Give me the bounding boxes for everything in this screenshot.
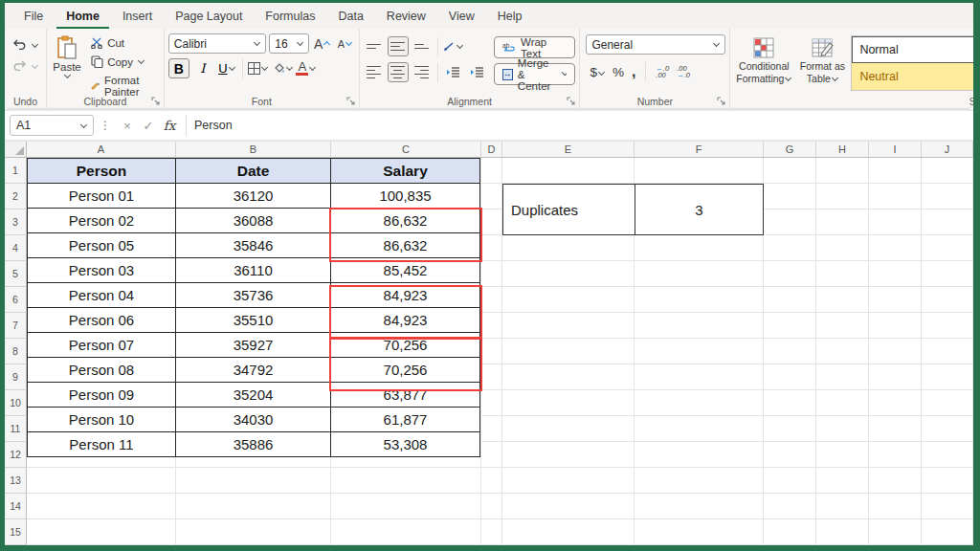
tab-insert[interactable]: Insert <box>113 3 162 29</box>
cell[interactable]: Person 05 <box>28 233 176 258</box>
underline-button[interactable]: U <box>216 58 237 78</box>
orientation-button[interactable] <box>443 36 464 56</box>
alignment-dialog-launcher-icon[interactable] <box>567 97 576 106</box>
align-middle-button[interactable] <box>388 36 409 56</box>
cell[interactable]: 35510 <box>176 308 331 333</box>
cell[interactable]: 53,308 <box>331 432 480 457</box>
cell[interactable]: Person 08 <box>28 358 176 383</box>
cell[interactable]: 35736 <box>176 283 331 308</box>
cell[interactable]: 63,877 <box>331 383 480 408</box>
row-header-9[interactable]: 9 <box>5 364 27 390</box>
cell[interactable]: 36088 <box>176 209 331 233</box>
tab-view[interactable]: View <box>439 3 484 29</box>
row-header-4[interactable]: 4 <box>5 235 27 261</box>
row-header-15[interactable]: 15 <box>5 519 27 545</box>
increase-font-button[interactable]: A <box>312 33 332 54</box>
cell[interactable]: 86,632 <box>331 209 480 233</box>
cell[interactable]: 35886 <box>176 432 331 457</box>
italic-button[interactable]: I <box>192 58 213 78</box>
number-format-select[interactable]: General <box>586 34 725 55</box>
select-all-corner[interactable] <box>5 142 27 158</box>
cell[interactable]: 70,256 <box>331 333 480 358</box>
tab-file[interactable]: File <box>14 3 53 29</box>
increase-decimal-button[interactable]: ←.0.00 <box>656 65 669 78</box>
cell[interactable]: 36110 <box>176 258 331 283</box>
row-header-10[interactable]: 10 <box>5 390 27 416</box>
row-header-7[interactable]: 7 <box>5 313 27 339</box>
cell[interactable]: 36120 <box>176 184 331 209</box>
column-header-H[interactable]: H <box>816 142 869 158</box>
tab-home[interactable]: Home <box>56 3 109 29</box>
bold-button[interactable]: B <box>168 58 189 78</box>
column-header-A[interactable]: A <box>27 142 176 158</box>
tab-page-layout[interactable]: Page Layout <box>166 3 252 29</box>
cell-style-neutral[interactable]: Neutral <box>852 63 980 90</box>
currency-button[interactable]: $ <box>590 65 605 79</box>
decrease-decimal-button[interactable]: .00→.0 <box>677 65 690 78</box>
font-dialog-launcher-icon[interactable] <box>346 97 356 106</box>
cut-button[interactable]: Cut <box>87 35 160 51</box>
name-box[interactable]: A1 <box>10 115 94 136</box>
redo-button[interactable] <box>9 58 42 74</box>
table-header-date[interactable]: Date <box>176 159 331 184</box>
column-header-D[interactable]: D <box>481 142 502 158</box>
align-left-button[interactable] <box>364 62 385 82</box>
row-header-12[interactable]: 12 <box>5 442 27 468</box>
cell[interactable]: Person 11 <box>28 432 176 457</box>
tab-formulas[interactable]: Formulas <box>256 3 324 29</box>
table-header-salary[interactable]: Salary <box>331 159 480 184</box>
cell[interactable]: Person 09 <box>28 383 176 408</box>
cell[interactable]: 100,835 <box>331 184 480 209</box>
cell[interactable]: Person 10 <box>28 408 176 432</box>
column-header-I[interactable]: I <box>869 142 922 158</box>
format-as-table-button[interactable]: Format as Table <box>795 33 849 93</box>
enter-icon[interactable]: ✓ <box>138 119 159 133</box>
font-size-select[interactable]: 16 <box>269 33 309 54</box>
row-header-8[interactable]: 8 <box>5 339 27 364</box>
merge-center-button[interactable]: ↔ Merge & Center <box>494 63 576 85</box>
column-header-E[interactable]: E <box>502 142 635 158</box>
cell[interactable]: 61,877 <box>331 408 480 432</box>
formula-bar-value[interactable]: Person <box>194 119 233 132</box>
duplicates-count[interactable]: 3 <box>635 185 763 234</box>
align-top-button[interactable] <box>364 36 385 56</box>
tab-review[interactable]: Review <box>377 3 435 29</box>
cell[interactable]: Person 04 <box>28 283 176 308</box>
formula-bar-dots-icon[interactable]: ⋮ <box>100 119 111 132</box>
fill-color-button[interactable] <box>272 58 293 78</box>
row-header-2[interactable]: 2 <box>5 184 27 209</box>
wrap-text-button[interactable]: ab Wrap Text <box>494 36 576 58</box>
copy-button[interactable]: Copy <box>87 54 160 70</box>
cell[interactable]: Person 03 <box>28 258 176 283</box>
conditional-formatting-button[interactable]: Conditional Formatting <box>734 33 793 93</box>
column-header-C[interactable]: C <box>331 142 481 158</box>
cell[interactable]: Person 07 <box>28 333 176 358</box>
row-header-6[interactable]: 6 <box>5 287 27 313</box>
cell[interactable]: Person 01 <box>28 184 176 209</box>
row-header-11[interactable]: 11 <box>5 416 27 442</box>
cell[interactable]: 84,923 <box>331 283 480 308</box>
clipboard-dialog-launcher-icon[interactable] <box>151 97 161 106</box>
font-family-select[interactable]: Calibri <box>168 33 266 54</box>
cell[interactable]: 70,256 <box>331 358 480 383</box>
cell[interactable]: 85,452 <box>331 258 480 283</box>
duplicates-label[interactable]: Duplicates <box>503 185 635 234</box>
tab-help[interactable]: Help <box>488 3 532 29</box>
decrease-indent-button[interactable] <box>443 62 464 82</box>
table-header-person[interactable]: Person <box>28 159 176 184</box>
borders-button[interactable] <box>248 58 269 78</box>
decrease-font-button[interactable]: A <box>335 33 355 54</box>
increase-indent-button[interactable] <box>467 62 488 82</box>
row-header-14[interactable]: 14 <box>5 494 27 519</box>
number-dialog-launcher-icon[interactable] <box>717 97 726 106</box>
percent-button[interactable]: % <box>612 65 624 79</box>
row-header-5[interactable]: 5 <box>5 261 27 287</box>
cell[interactable]: 86,632 <box>331 233 480 258</box>
column-header-J[interactable]: J <box>922 142 973 158</box>
font-color-button[interactable]: A <box>296 58 317 78</box>
cell[interactable]: 34792 <box>176 358 331 383</box>
cell[interactable]: 35204 <box>176 383 331 408</box>
cell[interactable]: 35846 <box>176 233 331 258</box>
cell-style-normal[interactable]: Normal <box>852 36 980 63</box>
align-center-button[interactable] <box>388 62 409 82</box>
